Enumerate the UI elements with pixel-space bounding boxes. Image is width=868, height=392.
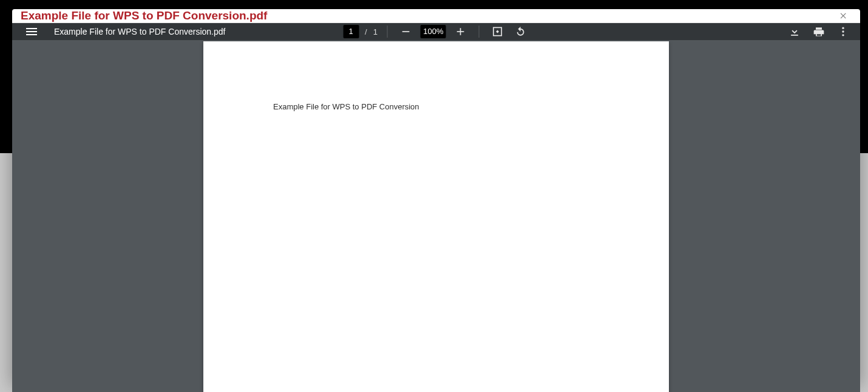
divider [387,26,388,38]
svg-rect-0 [402,31,410,32]
print-icon [813,26,825,38]
pdf-viewer-toolbar: Example File for WPS to PDF Conversion.p… [12,23,860,40]
print-button[interactable] [810,23,827,40]
rotate-icon [515,26,527,38]
toolbar-center: 1 / 1 100% [343,23,529,40]
download-icon [788,26,801,38]
modal-close-button[interactable] [836,9,852,22]
zoom-out-button[interactable] [398,23,415,40]
download-toolbar-button[interactable] [786,23,803,40]
preview-modal: Example File for WPS to PDF Conversion.p… [12,9,860,382]
modal-header: Example File for WPS to PDF Conversion.p… [12,9,860,23]
page-separator: / [365,27,367,36]
svg-point-5 [842,30,844,32]
svg-point-4 [842,27,844,29]
more-options-button[interactable] [835,23,852,40]
svg-rect-2 [460,28,461,35]
document-name: Example File for WPS to PDF Conversion.p… [54,27,225,36]
pdf-page: Example File for WPS to PDF Conversion [203,41,669,392]
rotate-button[interactable] [512,23,529,40]
zoom-level-input[interactable]: 100% [421,25,446,38]
plus-icon [455,26,467,38]
modal-title: Example File for WPS to PDF Conversion.p… [21,9,267,22]
close-icon [839,12,848,20]
total-pages: 1 [373,27,378,36]
divider [479,26,480,38]
toolbar-left: Example File for WPS to PDF Conversion.p… [12,24,225,39]
more-vertical-icon [837,26,849,38]
hamburger-icon [26,28,37,29]
svg-point-6 [842,34,844,36]
page-text-content: Example File for WPS to PDF Conversion [273,102,599,111]
zoom-in-button[interactable] [452,23,469,40]
fit-icon [492,26,504,38]
fit-page-button[interactable] [489,23,506,40]
minus-icon [400,26,412,38]
toolbar-right [786,23,860,40]
page-scroll-area[interactable]: Example File for WPS to PDF Conversion [12,40,860,392]
sidebar-toggle-button[interactable] [22,24,41,39]
current-page-input[interactable]: 1 [343,25,359,38]
viewer-body: Example File for WPS to PDF Conversion [12,40,860,392]
